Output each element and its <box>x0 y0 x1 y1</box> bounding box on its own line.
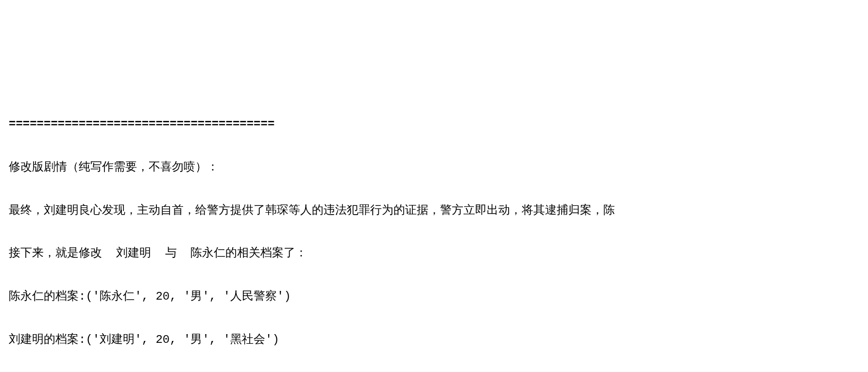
story-text-1: 修改版剧情（纯写作需要，不喜勿喷）： <box>9 157 859 178</box>
separator-line: ====================================== <box>9 114 859 135</box>
archive-2: 刘建明的档案:('刘建明', 20, '男', '黑社会') <box>9 329 859 351</box>
archive-1: 陈永仁的档案:('陈永仁', 20, '男', '人民警察') <box>9 286 859 307</box>
story-text-2: 最终，刘建明良心发现，主动自首，给警方提供了韩琛等人的违法犯罪行为的证据，警方立… <box>9 200 859 221</box>
story-text-3: 接下来，就是修改 刘建明 与 陈永仁的相关档案了： <box>9 243 859 264</box>
console-output: ====================================== 修… <box>9 92 859 372</box>
